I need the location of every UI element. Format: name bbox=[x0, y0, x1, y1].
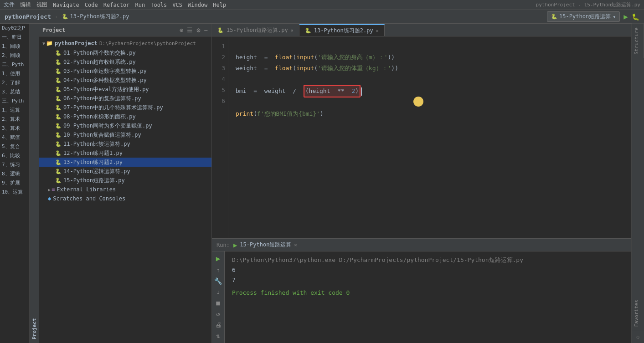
run-tab-close[interactable]: ✕ bbox=[294, 242, 297, 247]
line-6: print(f'您的BMI值为{bmi}') bbox=[236, 110, 324, 117]
debug-button[interactable]: 🐛 bbox=[632, 13, 639, 20]
file-name-label: 14-Python逻辑运算符.py bbox=[63, 168, 130, 175]
blog-line: 3、算术 bbox=[0, 124, 29, 133]
star-icon[interactable]: ☆ bbox=[632, 331, 644, 343]
file-name-label: 15-Python短路运算.py bbox=[63, 177, 125, 184]
run-tab-label: 15-Python短路运算 bbox=[240, 241, 291, 249]
file-tree-item[interactable]: 🐍12-Python练习题1.py bbox=[39, 148, 211, 158]
python-file-icon: 🐍 bbox=[55, 150, 62, 156]
run-label: Run: bbox=[216, 242, 230, 248]
run-panel: Run: ▶ 15-Python短路运算 ✕ ▶ ↑ 🔧 ↓ ■ ↺ 🖨 ⇅ bbox=[212, 238, 631, 343]
menu-bar: 文件 编辑 视图 Navigate Code Refactor Run Tool… bbox=[0, 0, 644, 10]
menu-vcs[interactable]: VCS bbox=[172, 2, 182, 8]
file-name-label: 08-Python求梯形的面积.py bbox=[63, 113, 136, 121]
project-panel-title: Project bbox=[42, 27, 66, 33]
menu-file[interactable]: 文件 bbox=[4, 1, 15, 9]
file-tree-item[interactable]: 🐍06-Python中的复杂运算符.py bbox=[39, 94, 211, 103]
output-line-2: 7 bbox=[232, 275, 624, 285]
file-tree-item[interactable]: 🐍09-Python同时为多个变量赋值.py bbox=[39, 121, 211, 130]
project-side-tab[interactable]: Project bbox=[30, 24, 39, 343]
menu-tools[interactable]: Tools bbox=[150, 2, 167, 8]
run-up-icon[interactable]: ↑ bbox=[216, 266, 220, 274]
blog-line: 三、Pyth bbox=[0, 97, 29, 106]
file-tree-item[interactable]: 🐍03-Python幸运数字类型转换.py bbox=[39, 67, 211, 76]
blog-line: Day02之P bbox=[0, 24, 29, 33]
tab-1[interactable]: 🐍 13-Python练习题2.py ✕ bbox=[299, 24, 385, 36]
code-content[interactable]: height = float(input('请输入您的身高（m）：')) wei… bbox=[228, 36, 631, 238]
line-2: weight = float(input('请输入您的体重（kg）：')) bbox=[236, 65, 398, 72]
menu-run[interactable]: Run bbox=[135, 2, 145, 8]
menu-refactor[interactable]: Refactor bbox=[103, 2, 130, 8]
run-reload-icon[interactable]: ↺ bbox=[216, 310, 220, 317]
panel-header-icons: ⊕ ☰ ⚙ − bbox=[180, 26, 208, 34]
tab-1-close[interactable]: ✕ bbox=[376, 28, 379, 33]
tab-bar: 🐍 15-Python短路运算.py ✕ 🐍 13-Python练习题2.py … bbox=[212, 24, 631, 36]
process-status: Process finished with exit code 0 bbox=[232, 288, 624, 298]
file-name-label: 13-Python练习题2.py bbox=[63, 159, 123, 166]
blog-line: 3、总结 bbox=[0, 87, 29, 97]
window-title: pythonProject - 15-Python短路运算.py bbox=[536, 1, 640, 8]
file-tree-item[interactable]: 🐍05-Python中eval方法的使用.py bbox=[39, 85, 211, 94]
run-print-icon[interactable]: 🖨 bbox=[215, 321, 222, 328]
python-file-icon: 🐍 bbox=[55, 114, 62, 120]
file-tree-item[interactable]: 🐍14-Python逻辑运算符.py bbox=[39, 167, 211, 176]
file-tree-item[interactable]: 🐍11-Python比较运算符.py bbox=[39, 139, 211, 148]
run-play-icon[interactable]: ▶ bbox=[216, 254, 221, 263]
project-root[interactable]: ▼ 📁 pythonProject D:\PycharmProjects\pyt… bbox=[39, 38, 211, 48]
file-tree-item[interactable]: 🐍02-Python超市收银系统.py bbox=[39, 57, 211, 67]
menu-code[interactable]: Code bbox=[85, 2, 98, 8]
menu-view[interactable]: 视图 bbox=[36, 1, 47, 9]
run-tab-icon: ▶ bbox=[233, 241, 237, 249]
add-icon[interactable]: ⊕ bbox=[180, 26, 183, 34]
file-name-label: 11-Python比较运算符.py bbox=[63, 140, 130, 148]
menu-window[interactable]: Window bbox=[188, 2, 207, 8]
run-down-icon[interactable]: ↓ bbox=[216, 288, 220, 296]
external-libraries-item[interactable]: ▶ ≡ External Libraries bbox=[39, 185, 211, 194]
file-name-label: 03-Python幸运数字类型转换.py bbox=[63, 67, 147, 75]
file-tree-item[interactable]: 🐍07-Python中的几个特殊算术运算符.py bbox=[39, 103, 211, 112]
run-button[interactable]: ▶ bbox=[623, 12, 628, 21]
blog-line: 1、运算 bbox=[0, 106, 29, 115]
file-name-label: 02-Python超市收银系统.py bbox=[63, 58, 136, 66]
tab-1-icon: 🐍 bbox=[305, 28, 311, 34]
filter-icon[interactable]: ☰ bbox=[187, 26, 193, 34]
file-tree-item[interactable]: 🐍04-Python多种数据类型转换.py bbox=[39, 76, 211, 85]
editor-area: 🐍 15-Python短路运算.py ✕ 🐍 13-Python练习题2.py … bbox=[212, 24, 631, 343]
file-tree-item[interactable]: 🐍01-Python两个数的交换.py bbox=[39, 48, 211, 57]
title-bar: pythonProject › 🐍 13-Python练习题2.py 🐍 15-… bbox=[0, 10, 644, 24]
structure-tab[interactable]: Structure bbox=[632, 24, 644, 58]
run-sort-icon[interactable]: ⇅ bbox=[216, 332, 220, 339]
run-stop-icon[interactable]: ■ bbox=[216, 299, 220, 307]
run-tab[interactable]: ▶ 15-Python短路运算 ✕ bbox=[233, 241, 297, 249]
python-file-icon: 🐍 bbox=[55, 132, 62, 138]
code-editor[interactable]: 1 2 3 4 5 6 height = float(input('请输入您的身… bbox=[212, 36, 631, 238]
tab-0-close[interactable]: ✕ bbox=[291, 28, 294, 33]
menu-navigate[interactable]: Navigate bbox=[53, 2, 79, 8]
ext-lib-chevron-icon: ▶ bbox=[48, 187, 51, 192]
file-tree-item[interactable]: 🐍15-Python短路运算.py bbox=[39, 176, 211, 185]
tab-0[interactable]: 🐍 15-Python短路运算.py ✕ bbox=[212, 24, 299, 36]
open-file-name: 13-Python练习题2.py bbox=[70, 13, 129, 20]
menu-edit[interactable]: 编辑 bbox=[20, 1, 31, 9]
blog-line: 10、运算 bbox=[0, 188, 29, 197]
file-tree: ▼ 📁 pythonProject D:\PycharmProjects\pyt… bbox=[39, 36, 211, 343]
file-name-label: 06-Python中的复杂运算符.py bbox=[63, 95, 141, 102]
run-toolbar: ▶ ↑ 🔧 ↓ ■ ↺ 🖨 ⇅ 📌 🗑 bbox=[212, 251, 225, 343]
blog-line: 7、练习 bbox=[0, 160, 29, 169]
ext-lib-icon: ≡ bbox=[52, 186, 55, 193]
favorites-tab[interactable]: Favorites bbox=[632, 296, 644, 331]
right-side-tabs: Structure Favorites ☆ bbox=[631, 24, 644, 343]
python-file-icon: 🐍 bbox=[55, 169, 62, 174]
run-wrench-icon[interactable]: 🔧 bbox=[214, 277, 222, 285]
file-tree-item[interactable]: 🐍13-Python练习题2.py bbox=[39, 158, 211, 167]
file-tree-item[interactable]: 🐍08-Python求梯形的面积.py bbox=[39, 112, 211, 121]
settings-icon[interactable]: ⚙ bbox=[196, 26, 200, 34]
run-panel-header: Run: ▶ 15-Python短路运算 ✕ bbox=[212, 239, 631, 251]
menu-help[interactable]: Help bbox=[213, 2, 226, 8]
file-tree-item[interactable]: 🐍10-Python复合赋值运算符.py bbox=[39, 130, 211, 139]
scratches-consoles-item[interactable]: ✱ Scratches and Consoles bbox=[39, 194, 211, 203]
close-panel-icon[interactable]: − bbox=[204, 26, 208, 34]
highlight-expression: (height ** 2) bbox=[304, 85, 361, 97]
project-root-path: D:\PycharmProjects\pythonProject bbox=[99, 41, 196, 46]
run-config-dropdown[interactable]: 🐍 15-Python短路运算 ▾ bbox=[547, 11, 620, 22]
